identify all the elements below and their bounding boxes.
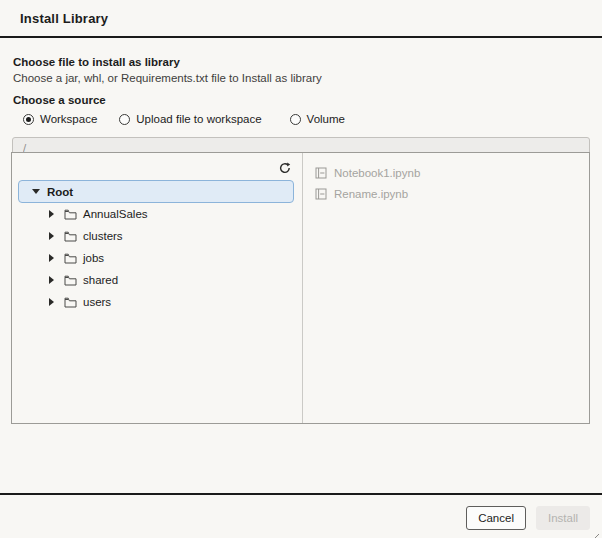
radio-upload-file[interactable]: Upload file to workspace [119, 113, 261, 125]
file-list-pane: Notebook1.ipynb Rename.ipynb [303, 153, 589, 423]
chevron-right-icon[interactable] [49, 254, 59, 262]
tree-item-annualsales[interactable]: AnnualSales [12, 203, 302, 225]
source-radio-group: Workspace Upload file to workspace Volum… [23, 113, 589, 125]
folder-icon [64, 231, 77, 242]
dialog-title: Install Library [20, 11, 582, 26]
radio-upload-file-label: Upload file to workspace [136, 113, 261, 125]
tree-item-users[interactable]: users [12, 291, 302, 313]
install-library-dialog: Install Library Choose file to install a… [0, 0, 602, 538]
notebook-icon [315, 188, 327, 200]
folder-icon [64, 275, 77, 286]
refresh-button[interactable] [276, 160, 294, 178]
chevron-right-icon[interactable] [49, 298, 59, 306]
install-button[interactable]: Install [536, 506, 590, 530]
file-item-notebook1: Notebook1.ipynb [315, 162, 577, 183]
workspace-tree-pane: Root AnnualSales clusters [12, 153, 303, 423]
dialog-footer: Cancel Install [0, 493, 602, 530]
chevron-right-icon[interactable] [49, 276, 59, 284]
dialog-header: Install Library [0, 0, 602, 38]
folder-icon [64, 253, 77, 264]
radio-workspace[interactable]: Workspace [23, 113, 97, 125]
chevron-right-icon[interactable] [49, 232, 59, 240]
chevron-right-icon[interactable] [49, 210, 59, 218]
tree-item-label: jobs [83, 252, 104, 264]
folder-icon [64, 209, 77, 220]
tree-item-jobs[interactable]: jobs [12, 247, 302, 269]
dialog-body: Choose file to install as library Choose… [0, 38, 602, 125]
refresh-icon [278, 161, 292, 178]
file-item-label: Notebook1.ipynb [334, 167, 420, 179]
tree-item-label: clusters [83, 230, 123, 242]
choose-source-label: Choose a source [13, 94, 589, 106]
tree-item-label: AnnualSales [83, 208, 148, 220]
tree-item-label: shared [83, 274, 118, 286]
choose-file-subheading: Choose a jar, whl, or Requirements.txt f… [13, 72, 589, 84]
notebook-icon [315, 167, 327, 179]
choose-file-heading: Choose file to install as library [13, 56, 589, 68]
tree-item-root[interactable]: Root [18, 180, 294, 203]
radio-selected-icon [23, 114, 34, 125]
workspace-file-browser: Root AnnualSales clusters [11, 152, 590, 424]
file-item-label: Rename.ipynb [334, 188, 408, 200]
chevron-down-icon[interactable] [32, 189, 42, 194]
resize-handle[interactable] [591, 527, 600, 536]
radio-unselected-icon [290, 114, 301, 125]
radio-unselected-icon [119, 114, 130, 125]
workspace-tree: Root AnnualSales clusters [12, 180, 302, 313]
tree-item-label: users [83, 296, 111, 308]
tree-item-clusters[interactable]: clusters [12, 225, 302, 247]
radio-volume[interactable]: Volume [290, 113, 345, 125]
file-item-rename: Rename.ipynb [315, 183, 577, 204]
tree-item-shared[interactable]: shared [12, 269, 302, 291]
radio-workspace-label: Workspace [40, 113, 97, 125]
radio-volume-label: Volume [307, 113, 345, 125]
cancel-button[interactable]: Cancel [466, 506, 526, 530]
tree-item-root-label: Root [47, 186, 73, 198]
folder-icon [64, 297, 77, 308]
